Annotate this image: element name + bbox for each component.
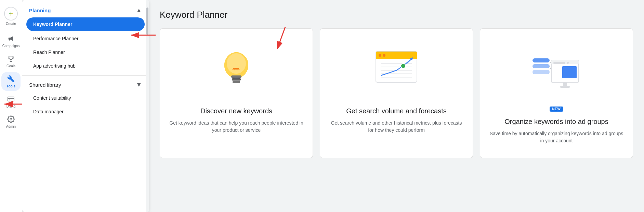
svg-rect-29: [562, 66, 577, 78]
sidebar-item-goals[interactable]: Goals: [1, 52, 21, 71]
card1-illustration: [209, 40, 264, 101]
svg-rect-11: [231, 75, 241, 78]
plus-icon: +: [9, 10, 13, 18]
card-search-volume[interactable]: Get search volume and forecasts Get sear…: [320, 28, 473, 158]
scrollbar-track: [146, 0, 149, 212]
sidebar-item-campaigns[interactable]: Campaigns: [1, 32, 21, 51]
card1-description: Get keyword ideas that can help you reac…: [168, 119, 304, 134]
gear-icon: [7, 115, 15, 123]
svg-line-7: [278, 27, 285, 46]
card3-description: Save time by automatically organizing ke…: [488, 130, 625, 144]
svg-rect-33: [560, 86, 570, 88]
planning-section-header[interactable]: Planning ▲: [22, 4, 149, 17]
menu-item-app-advertising-hub[interactable]: App advertising hub: [22, 59, 149, 73]
page-title: Keyword Planner: [160, 10, 633, 20]
svg-rect-35: [533, 64, 550, 68]
card1-title: Discover new keywords: [200, 107, 272, 115]
menu-item-keyword-planner[interactable]: Keyword Planner: [26, 17, 145, 31]
svg-point-18: [383, 54, 385, 57]
sidebar-label-goals: Goals: [6, 64, 15, 68]
billing-icon: [7, 95, 15, 103]
icon-sidebar: + Create Campaigns Goals: [0, 0, 22, 212]
sidebar-item-tools[interactable]: Tools: [1, 72, 21, 91]
sidebar-label-campaigns: Campaigns: [2, 44, 20, 48]
menu-item-reach-planner[interactable]: Reach Planner: [22, 45, 149, 59]
main-content: Keyword Planner: [149, 0, 644, 212]
svg-rect-1: [9, 100, 10, 100]
create-label: Create: [6, 22, 16, 26]
menu-item-data-manager[interactable]: Data manager: [22, 105, 149, 118]
shared-library-section-header[interactable]: Shared library ▼: [22, 79, 149, 91]
sidebar-label-admin: Admin: [6, 125, 16, 128]
sidebar-label-tools: Tools: [6, 84, 15, 88]
menu-divider: [22, 75, 149, 76]
sidebar-item-admin[interactable]: Admin: [1, 112, 21, 131]
wrench-icon: [7, 75, 15, 83]
menu-item-content-suitability[interactable]: Content suitability: [22, 91, 149, 105]
cards-row: Discover new keywords Get keyword ideas …: [160, 28, 633, 158]
reach-planner-label: Reach Planner: [33, 50, 65, 55]
megaphone-icon: [7, 34, 15, 43]
card-discover-keywords[interactable]: Discover new keywords Get keyword ideas …: [160, 28, 313, 158]
svg-point-17: [379, 54, 381, 57]
arrow-card1: [272, 25, 292, 49]
chevron-up-icon: ▲: [136, 7, 142, 14]
card3-title: Organize keywords into ad groups: [504, 117, 608, 126]
create-button[interactable]: + Create: [2, 3, 20, 30]
create-circle: +: [4, 7, 18, 20]
svg-rect-32: [563, 82, 567, 86]
svg-point-10: [227, 53, 246, 74]
sidebar-label-billing: Billing: [6, 104, 16, 108]
card2-description: Get search volume and other historical m…: [328, 119, 464, 134]
svg-rect-13: [233, 81, 240, 83]
app-advertising-hub-label: App advertising hub: [33, 63, 76, 69]
content-suitability-label: Content suitability: [33, 95, 71, 101]
new-badge: NEW: [550, 107, 564, 112]
sidebar-item-billing[interactable]: Billing: [1, 92, 21, 111]
menu-panel: Planning ▲ Keyword Planner Performance P…: [22, 0, 149, 212]
card-organize-keywords[interactable]: NEW Organize keywords into ad groups Sav…: [480, 28, 633, 158]
svg-rect-30: [553, 62, 565, 64]
svg-rect-36: [533, 70, 550, 74]
svg-point-31: [567, 62, 569, 64]
scrollbar-thumb[interactable]: [146, 8, 148, 35]
card2-title: Get search volume and forecasts: [346, 107, 446, 115]
planning-title: Planning: [29, 8, 51, 13]
menu-item-performance-planner[interactable]: Performance Planner: [22, 32, 149, 45]
svg-rect-0: [8, 97, 14, 101]
svg-rect-34: [533, 58, 550, 62]
svg-point-24: [401, 63, 406, 68]
card3-illustration: [529, 40, 584, 101]
data-manager-label: Data manager: [33, 109, 64, 114]
shared-library-title: Shared library: [29, 82, 61, 88]
performance-planner-label: Performance Planner: [33, 36, 78, 41]
chevron-down-icon: ▼: [136, 81, 142, 88]
svg-rect-12: [232, 78, 241, 81]
keyword-planner-label: Keyword Planner: [33, 22, 72, 27]
card2-illustration: [369, 40, 424, 101]
trophy-icon: [7, 55, 15, 63]
